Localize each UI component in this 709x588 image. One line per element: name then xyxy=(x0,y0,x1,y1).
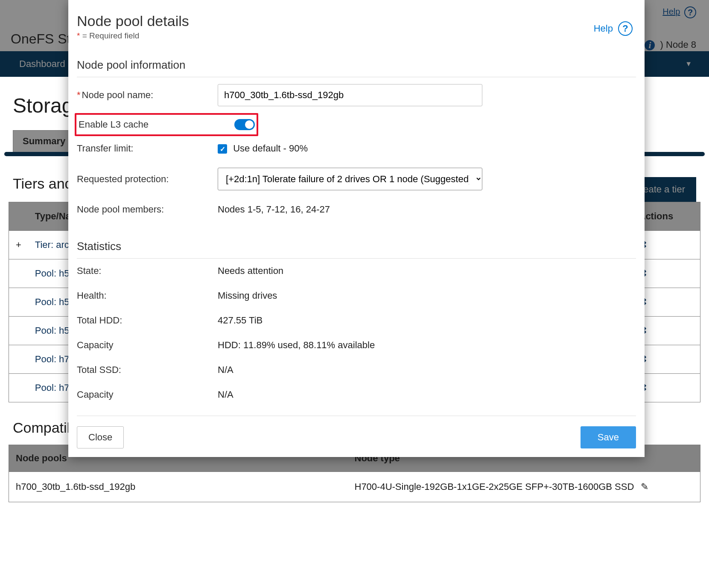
use-default-checkbox[interactable]: ✓ xyxy=(218,144,227,154)
edit-icon[interactable]: ✎ xyxy=(641,481,648,492)
required-field-note: * = Required field xyxy=(77,31,636,41)
label-capacity-hdd: Capacity xyxy=(77,340,218,351)
label-node-pool-members: Node pool members: xyxy=(77,204,218,215)
nav-item-dashboard[interactable]: Dashboard xyxy=(9,52,76,76)
requested-protection-select[interactable]: [+2d:1n] Tolerate failure of 2 drives OR… xyxy=(218,168,482,190)
value-total-ssd: N/A xyxy=(218,364,636,376)
label-node-pool-name: Node pool name: xyxy=(82,90,154,100)
help-icon[interactable]: ? xyxy=(618,21,633,36)
chevron-down-icon[interactable]: ▼ xyxy=(685,60,692,68)
enable-l3-cache-toggle[interactable] xyxy=(234,119,255,130)
save-button[interactable]: Save xyxy=(581,426,636,448)
enable-l3-cache-highlight: Enable L3 cache xyxy=(75,113,258,136)
label-enable-l3-cache: Enable L3 cache xyxy=(76,119,234,130)
modal-help-link[interactable]: Help ? xyxy=(594,21,633,36)
transfer-limit-value: Use default - 90% xyxy=(233,143,308,154)
node-pool-details-modal: Node pool details * = Required field Hel… xyxy=(68,0,645,457)
close-button[interactable]: Close xyxy=(77,426,124,448)
info-icon: i xyxy=(645,40,655,50)
label-health: Health: xyxy=(77,290,218,301)
label-requested-protection: Requested protection: xyxy=(77,174,218,185)
top-help-link[interactable]: Help xyxy=(662,7,680,16)
section-node-pool-information: Node pool information xyxy=(77,58,636,77)
node-pool-members-value: Nodes 1-5, 7-12, 16, 24-27 xyxy=(218,204,636,215)
node-pool-name-input[interactable] xyxy=(218,84,482,106)
section-statistics: Statistics xyxy=(77,240,636,259)
label-total-hdd: Total HDD: xyxy=(77,315,218,326)
label-capacity-ssd: Capacity xyxy=(77,389,218,400)
modal-title: Node pool details xyxy=(77,13,636,29)
label-transfer-limit: Transfer limit: xyxy=(77,143,218,154)
label-total-ssd: Total SSD: xyxy=(77,364,218,376)
label-state: State: xyxy=(77,265,218,277)
value-health: Missing drives xyxy=(218,290,636,301)
compat-row[interactable]: h700_30tb_1.6tb-ssd_192gb H700-4U-Single… xyxy=(9,472,700,502)
node-status-text: ) Node 8 xyxy=(660,39,696,50)
value-capacity-ssd: N/A xyxy=(218,389,636,400)
tab-summary[interactable]: Summary xyxy=(13,130,75,152)
value-total-hdd: 427.55 TiB xyxy=(218,315,636,326)
value-state: Needs attention xyxy=(218,265,636,277)
help-icon[interactable]: ? xyxy=(684,6,696,18)
value-capacity-hdd: HDD: 11.89% used, 88.11% available xyxy=(218,340,636,351)
